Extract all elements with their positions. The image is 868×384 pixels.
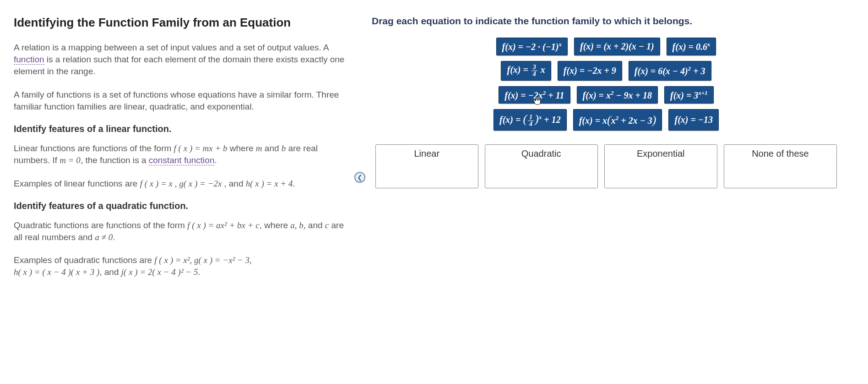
intro-paragraph-1: A relation is a mapping between a set of… [14, 42, 350, 78]
math: m = 0 [60, 155, 81, 165]
equation-chip[interactable]: f(x) = −13 [668, 109, 719, 131]
quadratic-def-paragraph: Quadratic functions are functions of the… [14, 219, 350, 243]
draggable-chip-area: f(x) = −2 · (−1)x f(x) = (x + 2)(x − 1) … [372, 38, 841, 131]
equation-chip[interactable]: f(x) = 34 x [501, 61, 551, 81]
numer: 3 [532, 64, 537, 71]
chip-row-4: f(x) = (14)x + 12 f(x) = x(x2 + 2x − 3) … [494, 109, 719, 131]
text: . [113, 232, 115, 242]
quadratic-examples-paragraph: Examples of quadratic functions are f ( … [14, 254, 350, 278]
link-constant-function[interactable]: constant function [149, 155, 215, 165]
text: , and [224, 179, 246, 188]
drop-quadratic[interactable]: Quadratic [485, 144, 598, 188]
text: . [198, 267, 200, 277]
math: a, b, [290, 220, 305, 230]
math: f ( x ) = x², g( x ) = −x² − 3, [154, 255, 252, 265]
equation-chip[interactable]: f(x) = 6(x − 4)2 + 3 [629, 61, 711, 81]
drop-label: Exponential [637, 148, 685, 159]
linear-def-paragraph: Linear functions are functions of the fo… [14, 143, 350, 166]
intro-paragraph-2: A family of functions is a set of functi… [14, 89, 350, 113]
activity-instruction: Drag each equation to indicate the funct… [372, 16, 841, 27]
activity-panel: Drag each equation to indicate the funct… [363, 0, 868, 384]
drop-none[interactable]: None of these [724, 144, 837, 188]
equation-chip[interactable]: f(x) = −2x2 + 11 [499, 86, 570, 104]
math: j( x ) = 2( x − 4 )² − 5 [121, 267, 198, 277]
equation-chip[interactable]: f(x) = −2 · (−1)x [496, 38, 568, 55]
math: f ( x ) = mx + b [174, 143, 228, 153]
exp: x [539, 114, 542, 121]
equation-chip[interactable]: f(x) = (14)x + 12 [494, 109, 567, 131]
text: , the function is a [81, 155, 149, 165]
chip-row-2: f(x) = 34 x f(x) = −2x + 9 f(x) = 6(x − … [501, 61, 711, 81]
denom: 4 [532, 71, 537, 77]
math: a ≠ 0 [95, 232, 113, 242]
denom: 4 [528, 121, 534, 127]
math: b [282, 143, 286, 153]
lesson-text-panel: Identifying the Function Family from an … [0, 0, 363, 384]
text: Linear functions are functions of the fo… [14, 143, 174, 153]
text: and [262, 143, 282, 153]
math: c [325, 220, 329, 230]
text: A relation is a mapping between a set of… [14, 43, 329, 52]
math: h( x ) = x + 4 [246, 179, 293, 188]
text: is a relation such that for each element… [14, 55, 344, 76]
text: where [228, 143, 256, 153]
text: and [306, 220, 325, 230]
math: f ( x ) = ax² + bx + c [187, 220, 260, 230]
equation-chip[interactable]: f(x) = (x + 2)(x − 1) [574, 38, 660, 55]
page-title: Identifying the Function Family from an … [14, 16, 350, 30]
text: , and [99, 267, 121, 277]
drop-exponential[interactable]: Exponential [604, 144, 717, 188]
collapse-panel-button[interactable]: ❮ [354, 172, 365, 183]
text: Quadratic functions are functions of the… [14, 220, 187, 230]
drop-target-row: Linear Quadratic Exponential None of the… [372, 144, 841, 188]
text: Examples of quadratic functions are [14, 255, 154, 265]
math: h( x ) = ( x − 4 )( x + 3 ) [14, 267, 99, 277]
linear-examples-paragraph: Examples of linear functions are f ( x )… [14, 178, 350, 190]
numer: 1 [528, 114, 534, 121]
link-function[interactable]: function [14, 55, 44, 65]
equation-chip[interactable]: f(x) = x2 − 9x + 18 [577, 86, 658, 104]
subhead-quadratic: Identify features of a quadratic functio… [14, 201, 350, 211]
math: f ( x ) = x , g( x ) = −2x [140, 179, 224, 188]
equation-chip[interactable]: f(x) = 3x+1 [664, 86, 714, 104]
subhead-linear: Identify features of a linear function. [14, 124, 350, 134]
lesson-page: Identifying the Function Family from an … [0, 0, 868, 384]
text: . [293, 179, 295, 188]
equation-chip[interactable]: f(x) = x(x2 + 2x − 3) [573, 109, 662, 131]
arrow-left-icon: ❮ [357, 174, 363, 181]
text: , where [260, 220, 291, 230]
drop-label: None of these [752, 148, 809, 159]
equation-chip[interactable]: f(x) = −2x + 9 [558, 61, 622, 81]
drop-linear[interactable]: Linear [375, 144, 478, 188]
text: . [214, 155, 217, 165]
math: m [256, 143, 262, 153]
drop-label: Quadratic [521, 148, 561, 159]
equation-chip[interactable]: f(x) = 0.6x [667, 38, 716, 55]
chip-row-3: f(x) = −2x2 + 11 f(x) = x2 − 9x + 18 f(x… [499, 86, 714, 104]
drop-label: Linear [414, 148, 440, 159]
chip-row-1: f(x) = −2 · (−1)x f(x) = (x + 2)(x − 1) … [496, 38, 716, 55]
text: Examples of linear functions are [14, 179, 140, 188]
